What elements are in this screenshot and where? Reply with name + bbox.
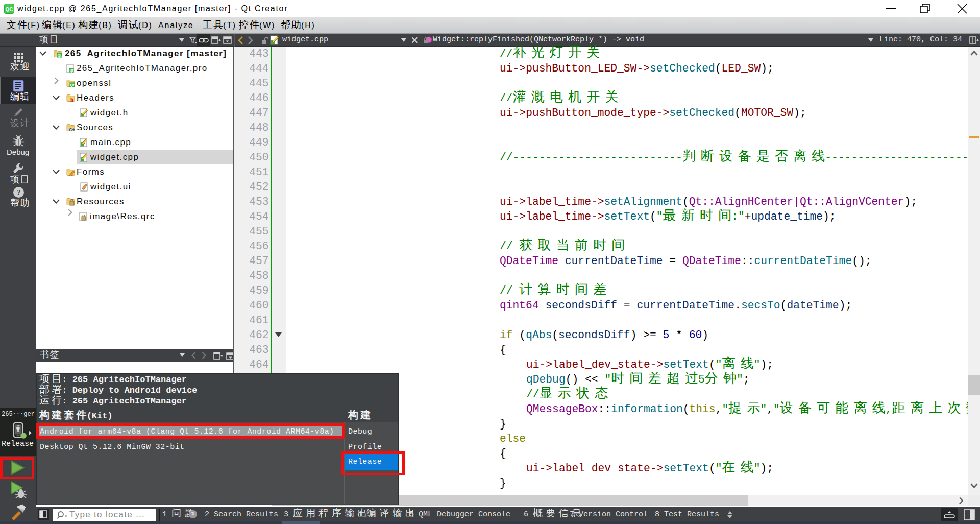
svg-text:QC: QC — [6, 7, 13, 12]
svg-text:?: ? — [17, 188, 21, 197]
